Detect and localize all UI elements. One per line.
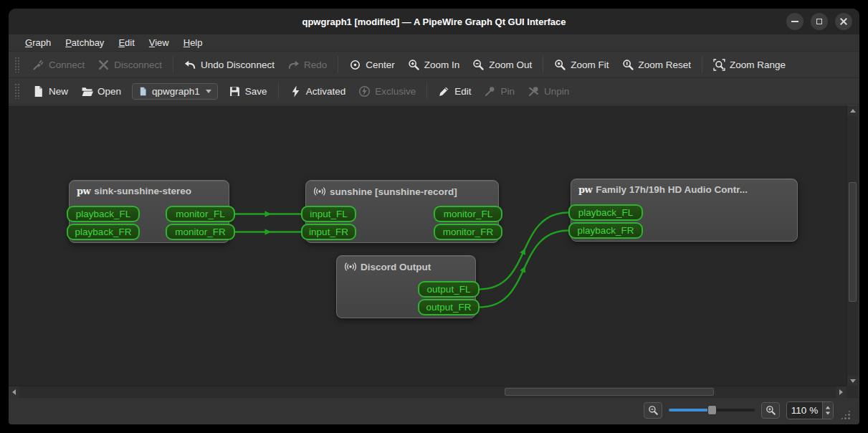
toolbar-separator <box>278 82 279 100</box>
port-playback_FR[interactable]: playback_FR <box>67 224 140 240</box>
node-family-hd-audio[interactable]: pw Family 17h/19h HD Audio Contr... play… <box>571 179 798 242</box>
menu-bar: Graph Patchbay Edit View Help <box>9 34 859 52</box>
node-sink-sunshine-stereo[interactable]: pw sink-sunshine-stereo playback_FL play… <box>69 180 229 243</box>
node-title: pw sink-sunshine-stereo <box>70 181 229 196</box>
patchbay-file-icon <box>138 87 148 96</box>
node-sunshine-record[interactable]: sunshine [sunshine-record] input_FL inpu… <box>305 180 499 243</box>
toolbar-drag-handle[interactable] <box>14 83 20 99</box>
node-title: sunshine [sunshine-record] <box>306 181 498 197</box>
connection-wires[interactable] <box>9 105 846 386</box>
menu-graph[interactable]: Graph <box>19 36 57 49</box>
maximize-icon <box>816 19 822 24</box>
stream-icon <box>344 261 357 272</box>
zoom-range-button[interactable]: Zoom Range <box>707 55 792 75</box>
zoom-in-icon <box>766 405 776 416</box>
zoom-reset-button[interactable]: Zoom Reset <box>616 55 698 75</box>
redo-icon <box>287 59 300 71</box>
new-button[interactable]: New <box>26 82 75 101</box>
undo-button[interactable]: Undo Disconnect <box>178 55 281 75</box>
edit-button[interactable]: Edit <box>431 82 477 101</box>
pin-button[interactable]: Pin <box>477 82 521 101</box>
open-button[interactable]: Open <box>75 82 128 101</box>
status-bar: 110 % <box>9 397 859 422</box>
port-input_FR[interactable]: input_FR <box>301 224 356 240</box>
zoom-in-icon <box>408 59 420 71</box>
center-button[interactable]: Center <box>343 55 401 75</box>
close-button[interactable] <box>835 13 852 30</box>
arrow-left-icon <box>12 389 16 395</box>
exclusive-icon <box>358 85 371 97</box>
pin-icon <box>484 85 496 97</box>
zoom-out-icon <box>472 59 485 71</box>
port-monitor_FL[interactable]: monitor_FL <box>434 206 502 222</box>
pipewire-icon: pw <box>77 186 90 196</box>
save-icon <box>229 85 241 97</box>
disconnect-icon <box>97 59 110 71</box>
zoom-fit-icon <box>554 59 566 71</box>
edit-pencil-icon <box>438 85 450 97</box>
toolbar-drag-handle[interactable] <box>14 57 20 72</box>
spin-up-icon <box>826 406 830 409</box>
vertical-scrollbar[interactable] <box>846 105 858 386</box>
maximize-button[interactable] <box>811 13 828 30</box>
slider-track-filled <box>669 409 712 411</box>
spinbox-steppers[interactable] <box>822 402 833 419</box>
zoom-fit-button[interactable]: Zoom Fit <box>548 55 615 75</box>
scroll-up-button[interactable] <box>847 105 859 116</box>
new-file-icon <box>32 85 44 97</box>
graph-canvas[interactable]: pw sink-sunshine-stereo playback_FL play… <box>9 105 846 386</box>
pipewire-icon: pw <box>578 184 592 195</box>
horizontal-scroll-thumb[interactable] <box>505 388 714 396</box>
redo-button[interactable]: Redo <box>281 55 333 75</box>
scroll-down-button[interactable] <box>847 376 859 386</box>
exclusive-button[interactable]: Exclusive <box>352 82 422 101</box>
zoom-out-button[interactable]: Zoom Out <box>466 55 538 75</box>
slider-handle[interactable] <box>707 405 717 415</box>
menu-view[interactable]: View <box>143 36 176 49</box>
window-controls <box>786 13 852 30</box>
horizontal-scrollbar[interactable] <box>9 386 846 397</box>
window-resize-grip[interactable] <box>840 409 851 420</box>
zoom-out-icon <box>648 405 659 416</box>
port-playback_FL[interactable]: playback_FL <box>67 206 140 222</box>
scroll-left-button[interactable] <box>9 386 19 398</box>
disconnect-button[interactable]: Disconnect <box>91 55 168 75</box>
desktop-background: qpwgraph1 [modified] — A PipeWire Graph … <box>0 0 868 433</box>
title-bar[interactable]: qpwgraph1 [modified] — A PipeWire Graph … <box>9 9 859 34</box>
unpin-icon <box>528 85 540 97</box>
toolbar-separator <box>426 82 427 100</box>
port-monitor_FR[interactable]: monitor_FR <box>166 224 235 240</box>
port-playback_FL[interactable]: playback_FL <box>568 204 643 221</box>
port-output_FL[interactable]: output_FL <box>418 281 480 298</box>
activated-bolt-icon <box>290 85 302 97</box>
save-button[interactable]: Save <box>222 82 274 101</box>
port-input_FL[interactable]: input_FL <box>301 206 356 222</box>
menu-edit[interactable]: Edit <box>112 36 140 49</box>
arrow-right-icon <box>839 389 843 395</box>
menu-help[interactable]: Help <box>177 36 209 49</box>
menu-patchbay[interactable]: Patchbay <box>59 36 110 49</box>
connect-button[interactable]: Connect <box>26 55 91 75</box>
scroll-right-button[interactable] <box>836 386 846 398</box>
node-title: Discord Output <box>337 256 475 272</box>
app-window: qpwgraph1 [modified] — A PipeWire Graph … <box>9 9 859 424</box>
arrow-up-icon <box>850 109 856 113</box>
node-title: pw Family 17h/19h HD Audio Contr... <box>571 179 797 195</box>
minimize-button[interactable] <box>786 13 803 30</box>
unpin-button[interactable]: Unpin <box>521 82 576 101</box>
statusbar-zoom-out-button[interactable] <box>644 402 662 419</box>
node-discord-output[interactable]: Discord Output output_FL output_FR <box>336 255 476 318</box>
zoom-percent-spinbox[interactable]: 110 % <box>786 401 834 419</box>
port-monitor_FR[interactable]: monitor_FR <box>434 224 502 240</box>
statusbar-zoom-in-button[interactable] <box>761 402 780 419</box>
activated-button[interactable]: Activated <box>283 82 353 101</box>
undo-icon <box>184 59 196 71</box>
patchbay-file-dropdown[interactable]: qpwgraph1 <box>132 83 218 100</box>
port-output_FR[interactable]: output_FR <box>418 299 480 315</box>
zoom-in-button[interactable]: Zoom In <box>401 55 467 75</box>
vertical-scroll-thumb[interactable] <box>849 182 857 302</box>
spin-down-icon <box>826 411 830 414</box>
port-monitor_FL[interactable]: monitor_FL <box>166 206 235 222</box>
zoom-slider[interactable] <box>669 404 755 417</box>
port-playback_FR[interactable]: playback_FR <box>568 222 643 239</box>
